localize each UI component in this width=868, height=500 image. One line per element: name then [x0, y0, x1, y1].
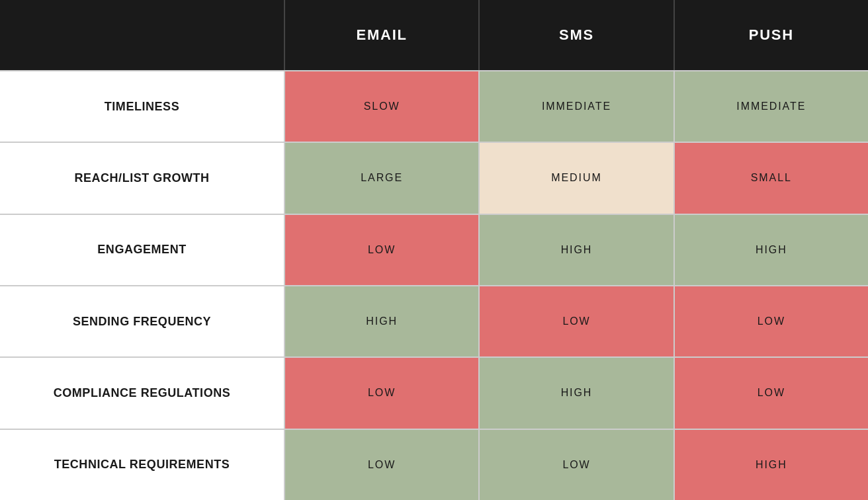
- sms-value: LOW: [562, 315, 590, 327]
- sms-cell: HIGH: [480, 215, 674, 285]
- row-label-cell: SENDING FREQUENCY: [0, 286, 285, 356]
- email-cell: LARGE: [285, 143, 480, 213]
- email-value: LARGE: [361, 172, 403, 184]
- row-label: TECHNICAL REQUIREMENTS: [54, 458, 230, 472]
- row-label: SENDING FREQUENCY: [73, 315, 211, 329]
- data-row: REACH/LIST GROWTH LARGE MEDIUM SMALL: [0, 143, 868, 214]
- push-value: LOW: [758, 315, 785, 327]
- row-label-cell: TIMELINESS: [0, 71, 285, 142]
- header-sms-cell: SMS: [480, 0, 674, 70]
- sms-cell: MEDIUM: [480, 143, 674, 213]
- email-cell: LOW: [285, 215, 480, 285]
- sms-cell: IMMEDIATE: [480, 71, 674, 142]
- sms-cell: LOW: [480, 286, 674, 356]
- header-push-cell: PUSH: [675, 0, 868, 70]
- data-row: SENDING FREQUENCY HIGH LOW LOW: [0, 286, 868, 358]
- sms-value: LOW: [562, 459, 590, 471]
- email-value: LOW: [368, 244, 396, 256]
- email-cell: LOW: [285, 358, 480, 428]
- row-label-cell: COMPLIANCE REGULATIONS: [0, 358, 285, 428]
- sms-value: HIGH: [561, 244, 593, 256]
- data-row: ENGAGEMENT LOW HIGH HIGH: [0, 215, 868, 286]
- push-cell: IMMEDIATE: [675, 71, 868, 142]
- push-value: IMMEDIATE: [736, 101, 806, 112]
- row-label: ENGAGEMENT: [97, 243, 186, 257]
- header-label-cell: [0, 0, 285, 70]
- email-value: LOW: [368, 387, 396, 399]
- sms-value: IMMEDIATE: [542, 101, 611, 112]
- email-value: LOW: [368, 459, 396, 471]
- data-row: TIMELINESS SLOW IMMEDIATE IMMEDIATE: [0, 71, 868, 143]
- row-label: REACH/LIST GROWTH: [74, 171, 209, 185]
- data-row: COMPLIANCE REGULATIONS LOW HIGH LOW: [0, 358, 868, 429]
- sms-value: MEDIUM: [551, 172, 601, 184]
- push-cell: SMALL: [675, 143, 868, 213]
- data-row: TECHNICAL REQUIREMENTS LOW LOW HIGH: [0, 430, 868, 500]
- push-value: LOW: [758, 387, 785, 399]
- header-push: PUSH: [749, 26, 794, 44]
- row-label: COMPLIANCE REGULATIONS: [54, 386, 231, 400]
- row-label: TIMELINESS: [105, 100, 179, 114]
- row-label-cell: REACH/LIST GROWTH: [0, 143, 285, 213]
- header-email-cell: EMAIL: [285, 0, 480, 70]
- push-value: HIGH: [756, 244, 787, 256]
- push-cell: LOW: [675, 358, 868, 428]
- push-value: SMALL: [751, 172, 792, 184]
- email-value: SLOW: [364, 101, 400, 112]
- row-label-cell: ENGAGEMENT: [0, 215, 285, 285]
- email-cell: SLOW: [285, 71, 480, 142]
- sms-value: HIGH: [561, 387, 593, 399]
- header-email: EMAIL: [357, 26, 408, 44]
- email-cell: LOW: [285, 430, 480, 500]
- sms-cell: HIGH: [480, 358, 674, 428]
- row-label-cell: TECHNICAL REQUIREMENTS: [0, 430, 285, 500]
- sms-cell: LOW: [480, 430, 674, 500]
- header-sms: SMS: [559, 26, 594, 44]
- push-cell: HIGH: [675, 215, 868, 285]
- header-row: EMAIL SMS PUSH: [0, 0, 868, 71]
- email-value: HIGH: [366, 315, 398, 327]
- email-cell: HIGH: [285, 286, 480, 356]
- push-cell: LOW: [675, 286, 868, 356]
- push-value: HIGH: [756, 459, 787, 471]
- push-cell: HIGH: [675, 430, 868, 500]
- comparison-table: EMAIL SMS PUSH TIMELINESS SLOW IMMEDIATE…: [0, 0, 868, 500]
